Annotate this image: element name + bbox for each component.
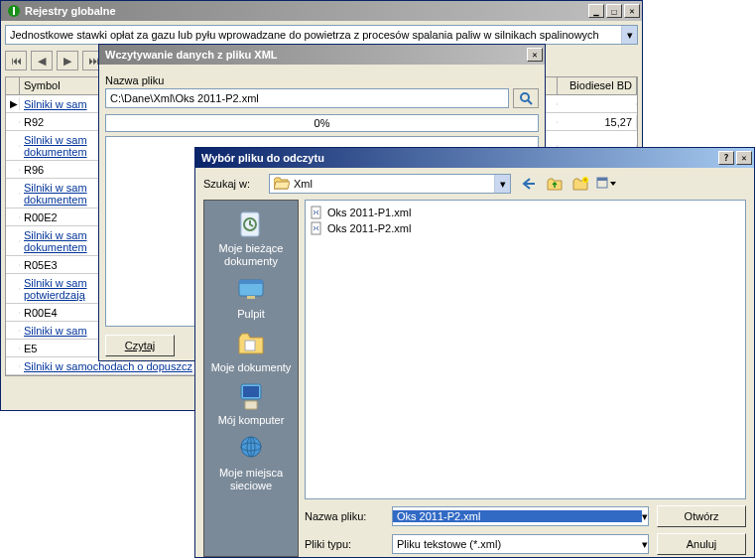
filetype-combo[interactable]: Pliku tekstowe (*.xml) ▾ bbox=[392, 534, 649, 554]
folder-up-icon bbox=[547, 177, 563, 191]
places-documents[interactable]: Moje dokumenty bbox=[211, 328, 292, 374]
load-titlebar[interactable]: Wczytywanie danych z pliku XML bbox=[99, 45, 545, 65]
main-title: Rejestry globalne bbox=[25, 5, 116, 17]
svg-rect-12 bbox=[245, 341, 255, 350]
new-folder-button[interactable] bbox=[570, 174, 590, 194]
file-list[interactable]: Oks 2011-P1.xml Oks 2011-P2.xml bbox=[305, 200, 746, 499]
computer-icon bbox=[235, 380, 267, 412]
chevron-down-icon: ▾ bbox=[642, 510, 648, 523]
app-icon bbox=[7, 4, 21, 18]
file-titlebar[interactable]: Wybór pliku do odczytu bbox=[195, 148, 754, 168]
filetype-value: Pliku tekstowe (*.xml) bbox=[393, 538, 642, 550]
filename-label: Nazwa pliku: bbox=[305, 510, 384, 522]
open-button[interactable]: Otwórz bbox=[657, 505, 746, 527]
file-item[interactable]: Oks 2011-P1.xml bbox=[310, 205, 741, 220]
network-icon bbox=[235, 433, 267, 465]
file-item[interactable]: Oks 2011-P2.xml bbox=[310, 220, 741, 236]
svg-rect-11 bbox=[247, 296, 255, 299]
up-folder-button[interactable] bbox=[545, 174, 565, 194]
folder-new-icon bbox=[572, 177, 588, 191]
places-network[interactable]: Moje miejsca sieciowe bbox=[204, 433, 298, 492]
svg-rect-10 bbox=[239, 280, 263, 284]
view-icon bbox=[596, 177, 616, 191]
main-titlebar[interactable]: Rejestry globalne bbox=[1, 1, 642, 21]
places-bar: Moje bieżące dokumenty Pulpit Moje dokum… bbox=[203, 200, 299, 557]
close-button[interactable] bbox=[736, 151, 752, 165]
recent-icon bbox=[235, 209, 267, 240]
filename-input[interactable] bbox=[105, 88, 509, 108]
filename-combo[interactable]: Oks 2011-P2.xml ▾ bbox=[392, 506, 649, 526]
column-symbol[interactable]: Symbol bbox=[20, 77, 105, 94]
close-button[interactable] bbox=[527, 48, 543, 62]
desktop-icon bbox=[235, 274, 267, 306]
nav-next-button[interactable]: ▶ bbox=[57, 51, 78, 70]
chevron-down-icon: ▾ bbox=[621, 26, 637, 44]
cancel-button[interactable]: Anuluj bbox=[657, 533, 746, 555]
chevron-down-icon: ▾ bbox=[494, 175, 510, 193]
documents-icon bbox=[235, 328, 267, 359]
progress-text: 0% bbox=[315, 117, 330, 129]
maximize-button[interactable] bbox=[606, 4, 622, 18]
load-title: Wczytywanie danych z pliku XML bbox=[105, 49, 278, 61]
minimize-button[interactable] bbox=[588, 4, 604, 18]
browse-button[interactable] bbox=[513, 88, 539, 108]
lookin-value: Xml bbox=[294, 178, 313, 190]
nav-prev-button[interactable]: ◀ bbox=[31, 51, 53, 70]
filename-label: Nazwa pliku bbox=[105, 74, 539, 86]
places-recent[interactable]: Moje bieżące dokumenty bbox=[204, 209, 298, 268]
svg-rect-1 bbox=[13, 7, 15, 15]
filename-value: Oks 2011-P2.xml bbox=[393, 510, 642, 522]
filetype-label: Pliki typu: bbox=[305, 538, 384, 550]
svg-rect-14 bbox=[243, 386, 259, 397]
arrow-left-icon bbox=[521, 177, 537, 191]
xml-file-icon bbox=[310, 221, 323, 235]
lookin-row: Szukaj w: Xml ▾ bbox=[195, 168, 754, 200]
xml-file-icon bbox=[310, 206, 323, 219]
read-button[interactable]: Czytaj bbox=[105, 335, 175, 356]
registry-dropdown[interactable]: Jednostkowe stawki opłat za gazu lub pył… bbox=[5, 25, 638, 45]
svg-line-3 bbox=[528, 100, 532, 104]
progress-bar: 0% bbox=[105, 114, 539, 132]
svg-rect-6 bbox=[597, 178, 607, 181]
view-menu-button[interactable] bbox=[596, 174, 616, 194]
folder-open-icon bbox=[274, 177, 290, 191]
column-biodiesel[interactable]: Biodiesel BD bbox=[558, 77, 637, 94]
chevron-down-icon: ▾ bbox=[642, 538, 648, 551]
file-dialog: Wybór pliku do odczytu Szukaj w: Xml ▾ bbox=[194, 147, 755, 558]
nav-first-button[interactable]: ⏮ bbox=[5, 51, 27, 70]
help-button[interactable] bbox=[718, 151, 734, 165]
places-computer[interactable]: Mój komputer bbox=[218, 380, 285, 427]
lookin-dropdown[interactable]: Xml ▾ bbox=[269, 174, 511, 194]
close-button[interactable] bbox=[624, 4, 640, 18]
places-desktop[interactable]: Pulpit bbox=[235, 274, 267, 321]
back-button[interactable] bbox=[519, 174, 539, 194]
svg-rect-15 bbox=[245, 401, 257, 409]
lookin-label: Szukaj w: bbox=[203, 178, 261, 190]
magnifier-icon bbox=[519, 91, 533, 105]
svg-point-2 bbox=[521, 93, 529, 101]
registry-dropdown-text: Jednostkowe stawki opłat za gazu lub pył… bbox=[6, 29, 621, 41]
file-dialog-title: Wybór pliku do odczytu bbox=[201, 152, 324, 164]
